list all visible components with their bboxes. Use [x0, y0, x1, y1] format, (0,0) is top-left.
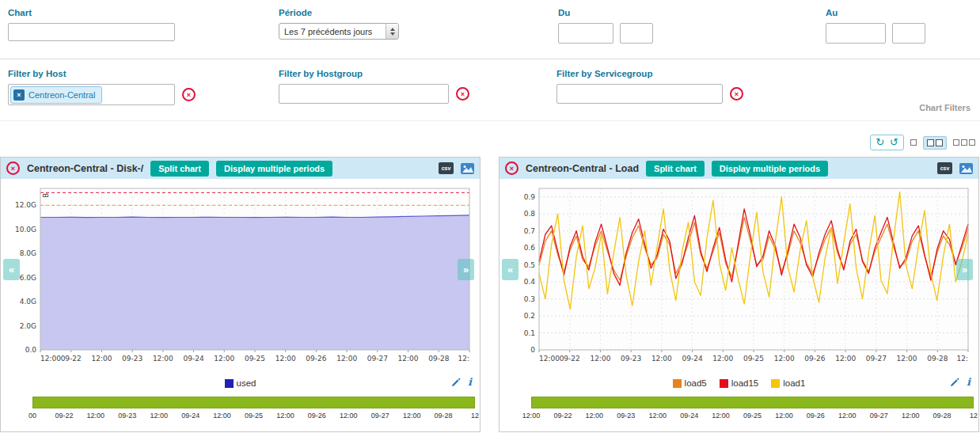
info-icon[interactable]: i [967, 378, 971, 387]
panel-header: × Centreon-Central - Load Split chart Di… [499, 158, 978, 179]
scroll-left-button[interactable]: « [502, 259, 518, 280]
export-image-icon[interactable] [959, 163, 973, 174]
timebar-tick-label: 09-22 [55, 412, 73, 420]
timebar-tick-label: 12:00 [150, 412, 168, 420]
clear-servicegroup-filter-icon[interactable]: × [730, 87, 743, 101]
legend-row: used i [1, 374, 480, 392]
svg-text:12:00: 12:00 [590, 355, 610, 363]
timebar-tick-label: 09-22 [553, 412, 572, 420]
timebar-tick-label: 09-24 [181, 412, 199, 420]
split-chart-button[interactable]: Split chart [150, 161, 209, 177]
legend-label: load1 [783, 378, 805, 388]
edit-icon[interactable] [950, 378, 959, 387]
svg-text:B: B [42, 193, 50, 198]
display-multiple-periods-button[interactable]: Display multiple periods [712, 161, 828, 177]
svg-text:09-26: 09-26 [306, 355, 326, 363]
export-csv-icon[interactable]: csv [439, 162, 454, 174]
svg-text:6.0G: 6.0G [20, 274, 36, 282]
svg-text:0: 0 [530, 346, 535, 354]
chart-filters-section-label: Chart Filters [919, 103, 971, 112]
timebar-tick-label: 09-24 [680, 412, 698, 420]
filter-by-hostgroup-field: Filter by Hostgroup × [279, 69, 469, 104]
period-select[interactable]: Les 7 précédents jours [279, 23, 399, 40]
to-date-input[interactable] [826, 23, 886, 44]
svg-text:12:00: 12:00 [275, 355, 296, 363]
svg-text:09-22: 09-22 [61, 355, 82, 363]
from-date-input[interactable] [558, 23, 613, 44]
legend-item-load1[interactable]: load1 [771, 378, 805, 388]
view-1-column-icon[interactable] [910, 139, 917, 146]
view-2-columns-icon[interactable] [923, 136, 947, 150]
split-chart-button[interactable]: Split chart [646, 161, 705, 177]
svg-text:09-28: 09-28 [428, 355, 449, 363]
timebar-tick-label: 09-25 [245, 412, 263, 420]
svg-text:8.0G: 8.0G [20, 249, 36, 257]
period-field: Période Les 7 précédents jours [279, 8, 399, 40]
svg-text:09-23: 09-23 [122, 355, 142, 363]
timebar-tick-label: 12:00 [775, 412, 793, 420]
svg-text:0.0: 0.0 [25, 346, 37, 354]
svg-text:2.0G: 2.0G [20, 322, 36, 330]
legend-row: load5load15load1 i [499, 374, 978, 392]
refresh-icon[interactable]: ↻ [876, 136, 884, 149]
svg-text:0.4: 0.4 [524, 278, 536, 286]
refresh-controls: ↻ ↺ [870, 135, 904, 150]
svg-text:12:: 12: [458, 355, 469, 363]
filter-by-servicegroup-field: Filter by Servicegroup × [556, 69, 743, 104]
info-icon[interactable]: i [468, 378, 472, 387]
timebar-tick-label: 12:00 [522, 412, 541, 420]
svg-text:12:00: 12:00 [214, 355, 234, 363]
svg-text:0.6: 0.6 [524, 244, 536, 252]
svg-text:12:00: 12:00 [40, 355, 61, 363]
timebar-tick-label: 12:00 [87, 412, 105, 420]
timebar-tick-label: 09-27 [371, 412, 389, 420]
servicegroup-filter-input[interactable] [556, 84, 723, 104]
svg-text:09-24: 09-24 [682, 355, 702, 363]
svg-text:12.0G: 12.0G [15, 201, 36, 209]
chart-legend: load5load15load1 [499, 374, 978, 392]
from-time-input[interactable] [620, 23, 653, 44]
legend-item-used[interactable]: used [225, 378, 256, 388]
scroll-left-button[interactable]: « [3, 259, 20, 280]
load-chart[interactable]: 00.10.20.30.40.50.60.70.80.912:0009-2212… [503, 182, 974, 374]
timebar-tick-label: 12:00 [712, 412, 730, 420]
edit-icon[interactable] [451, 378, 461, 387]
svg-text:12:00: 12:00 [651, 355, 672, 363]
remove-host-chip-icon[interactable]: × [13, 89, 25, 101]
availability-timebar[interactable] [531, 397, 974, 408]
scroll-right-button[interactable]: » [458, 259, 474, 280]
svg-text:12:00: 12:00 [153, 355, 173, 363]
svg-text:0.8: 0.8 [524, 210, 536, 218]
clear-host-filter-icon[interactable]: × [182, 88, 196, 101]
disk-usage-chart[interactable]: 0.02.0G4.0G6.0G8.0G10.0G12.0G12:0009-221… [4, 182, 476, 374]
export-csv-icon[interactable]: csv [937, 162, 952, 174]
filter-by-servicegroup-label: Filter by Servicegroup [556, 69, 743, 78]
svg-text:10.0G: 10.0G [15, 226, 36, 234]
from-date-field: Du [558, 8, 653, 44]
display-multiple-periods-button[interactable]: Display multiple periods [216, 161, 332, 177]
availability-timebar[interactable] [32, 397, 475, 408]
timebar-tick-label: 12:00 [213, 412, 231, 420]
view-3-columns-icon[interactable] [953, 139, 975, 146]
panel-title: Centreon-Central - Load [526, 163, 639, 174]
legend-label: load15 [731, 378, 759, 388]
export-image-icon[interactable] [461, 163, 474, 174]
timebar-tick-label: 12:00 [403, 412, 421, 420]
timebar-tick-label: 09-25 [743, 412, 762, 420]
scroll-right-button[interactable]: » [956, 259, 973, 280]
svg-text:09-25: 09-25 [743, 355, 764, 363]
legend-item-load15[interactable]: load15 [720, 378, 759, 388]
host-filter-input[interactable]: × Centreon-Central [8, 84, 175, 105]
auto-refresh-icon[interactable]: ↺ [890, 136, 898, 149]
to-time-input[interactable] [892, 23, 925, 44]
legend-swatch [771, 379, 780, 388]
remove-chart-icon[interactable]: × [6, 161, 20, 175]
legend-item-load5[interactable]: load5 [673, 378, 707, 388]
chart-panel-disk: × Centreon-Central - Disk-/ Split chart … [0, 157, 481, 432]
chart-filter-input[interactable] [8, 23, 175, 41]
hostgroup-filter-input[interactable] [279, 84, 449, 104]
remove-chart-icon[interactable]: × [505, 161, 518, 175]
clear-hostgroup-filter-icon[interactable]: × [456, 87, 469, 101]
timebar-tick-label: 12 [471, 412, 479, 420]
to-date-label: Au [826, 8, 925, 17]
